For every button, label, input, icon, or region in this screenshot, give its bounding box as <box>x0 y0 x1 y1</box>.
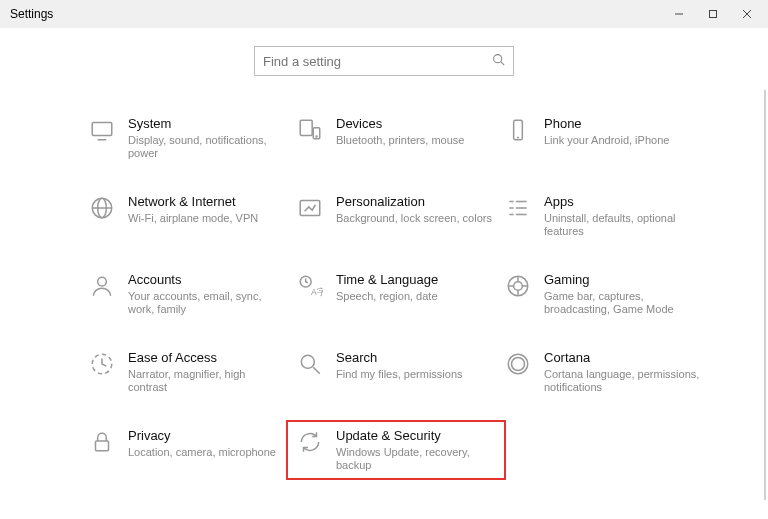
tile-desc: Narrator, magnifier, high contrast <box>128 368 286 394</box>
network-icon <box>88 194 116 222</box>
tile-desc: Location, camera, microphone <box>128 446 276 459</box>
tile-system[interactable]: System Display, sound, notifications, po… <box>88 116 288 160</box>
svg-point-10 <box>316 136 317 137</box>
tile-gaming[interactable]: Gaming Game bar, captures, broadcasting,… <box>504 272 704 316</box>
tile-apps[interactable]: Apps Uninstall, defaults, optional featu… <box>504 194 704 238</box>
ease-of-access-icon <box>88 350 116 378</box>
search-tile-icon <box>296 350 324 378</box>
tile-ease-of-access[interactable]: Ease of Access Narrator, magnifier, high… <box>88 350 288 394</box>
tile-title: System <box>128 116 286 132</box>
tile-network[interactable]: Network & Internet Wi-Fi, airplane mode,… <box>88 194 288 238</box>
search-box[interactable] <box>254 46 514 76</box>
personalization-icon <box>296 194 324 222</box>
tile-title: Cortana <box>544 350 702 366</box>
svg-point-4 <box>494 55 502 63</box>
tile-title: Update & Security <box>336 428 494 444</box>
tile-desc: Background, lock screen, colors <box>336 212 492 225</box>
search-bar-area <box>0 28 768 86</box>
svg-point-23 <box>98 277 107 286</box>
svg-point-33 <box>301 355 314 368</box>
tile-title: Ease of Access <box>128 350 286 366</box>
time-language-icon: A字 <box>296 272 324 300</box>
svg-text:A字: A字 <box>311 287 323 297</box>
devices-icon <box>296 116 324 144</box>
tile-desc: Wi-Fi, airplane mode, VPN <box>128 212 258 225</box>
maximize-icon <box>708 9 718 19</box>
minimize-icon <box>674 9 684 19</box>
tile-desc: Uninstall, defaults, optional features <box>544 212 702 238</box>
svg-point-27 <box>514 282 523 291</box>
tile-update-security[interactable]: Update & Security Windows Update, recove… <box>286 420 506 480</box>
apps-icon <box>504 194 532 222</box>
minimize-button[interactable] <box>662 0 696 28</box>
settings-grid: System Display, sound, notifications, po… <box>88 116 738 472</box>
maximize-button[interactable] <box>696 0 730 28</box>
svg-rect-11 <box>514 120 523 140</box>
tile-desc: Your accounts, email, sync, work, family <box>128 290 286 316</box>
tile-desc: Display, sound, notifications, power <box>128 134 286 160</box>
svg-line-5 <box>501 62 504 65</box>
svg-line-34 <box>313 367 320 374</box>
titlebar: Settings <box>0 0 768 28</box>
tile-phone[interactable]: Phone Link your Android, iPhone <box>504 116 704 160</box>
tile-personalization[interactable]: Personalization Background, lock screen,… <box>296 194 496 238</box>
window-title: Settings <box>10 7 53 21</box>
tile-time-language[interactable]: A字 Time & Language Speech, region, date <box>296 272 496 316</box>
search-icon <box>492 53 505 69</box>
system-icon <box>88 116 116 144</box>
svg-rect-8 <box>300 120 312 135</box>
tile-title: Privacy <box>128 428 276 444</box>
update-security-icon <box>296 428 324 456</box>
tile-desc: Game bar, captures, broadcasting, Game M… <box>544 290 702 316</box>
tile-desc: Bluetooth, printers, mouse <box>336 134 464 147</box>
phone-icon <box>504 116 532 144</box>
tile-title: Personalization <box>336 194 492 210</box>
tile-search[interactable]: Search Find my files, permissions <box>296 350 496 394</box>
tile-desc: Speech, region, date <box>336 290 438 303</box>
tile-title: Devices <box>336 116 464 132</box>
close-button[interactable] <box>730 0 764 28</box>
window-controls <box>662 0 764 28</box>
cortana-icon <box>504 350 532 378</box>
tile-devices[interactable]: Devices Bluetooth, printers, mouse <box>296 116 496 160</box>
gaming-icon <box>504 272 532 300</box>
svg-rect-6 <box>92 122 112 135</box>
tile-desc: Find my files, permissions <box>336 368 463 381</box>
search-input[interactable] <box>263 54 492 69</box>
tile-accounts[interactable]: Accounts Your accounts, email, sync, wor… <box>88 272 288 316</box>
tile-title: Network & Internet <box>128 194 258 210</box>
tile-title: Time & Language <box>336 272 438 288</box>
tile-title: Phone <box>544 116 669 132</box>
svg-rect-37 <box>96 441 109 451</box>
tile-desc: Windows Update, recovery, backup <box>336 446 494 472</box>
tile-cortana[interactable]: Cortana Cortana language, permissions, n… <box>504 350 704 394</box>
tile-title: Search <box>336 350 463 366</box>
svg-rect-1 <box>710 11 717 18</box>
accounts-icon <box>88 272 116 300</box>
settings-grid-wrap: System Display, sound, notifications, po… <box>0 86 768 482</box>
tile-privacy[interactable]: Privacy Location, camera, microphone <box>88 428 288 472</box>
tile-title: Accounts <box>128 272 286 288</box>
tile-desc: Cortana language, permissions, notificat… <box>544 368 702 394</box>
close-icon <box>742 9 752 19</box>
tile-title: Apps <box>544 194 702 210</box>
tile-title: Gaming <box>544 272 702 288</box>
privacy-icon <box>88 428 116 456</box>
tile-desc: Link your Android, iPhone <box>544 134 669 147</box>
svg-point-36 <box>512 358 525 371</box>
